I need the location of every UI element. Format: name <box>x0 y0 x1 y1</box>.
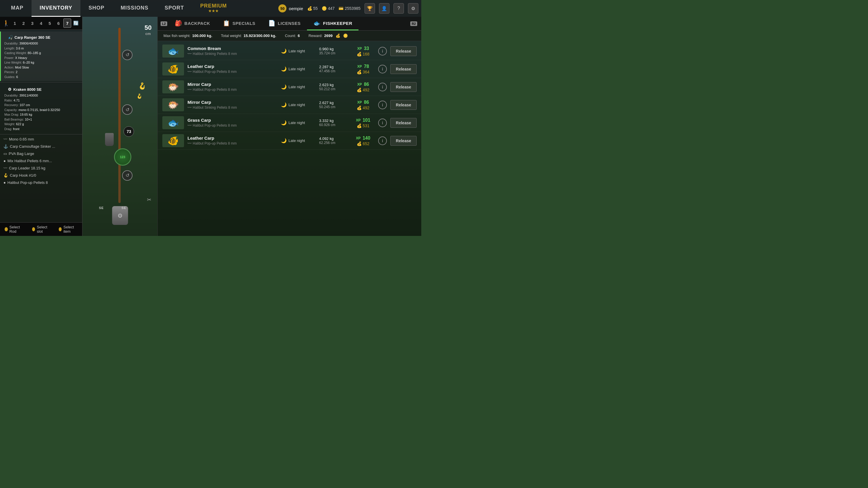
equip-reel[interactable]: ⚙ Kraken 8000 SE Durability: 39911/40000… <box>0 84 82 133</box>
bait-name: Halibut Pop-up Pellets 8 mm <box>193 124 237 128</box>
equip-hook[interactable]: 🪝 Carp Hook #1/0 <box>0 172 82 179</box>
equip-bait2[interactable]: ● Halibut Pop-up Pellets 8 <box>0 179 82 186</box>
tab-slot-6[interactable]: 6 <box>55 19 62 28</box>
count-value: 6 <box>298 34 300 38</box>
line-spool-visual: 123 <box>114 148 131 166</box>
coin-icon: 💰 <box>357 52 362 56</box>
fish-row: 🐡 Mirror Carp 〰 Halibut Sinking Pellets … <box>158 96 421 114</box>
tab-person[interactable]: 🚶 <box>2 19 10 28</box>
nav-map[interactable]: MAP <box>3 0 32 17</box>
info-button[interactable]: i <box>378 119 387 127</box>
reward-stat: Reward: 2699 💰 🪙 <box>308 34 347 38</box>
max-weight-value: 100.000 kg. <box>192 34 212 38</box>
slot-dot <box>32 227 35 231</box>
fish-list: 🐟 Common Bream 〰 Halibut Sinking Pellets… <box>158 41 421 236</box>
equip-rod[interactable]: 🎣 Carp Ranger 360 SE Durability: 39806/4… <box>0 32 82 81</box>
fish-image: 🐠 <box>162 62 184 75</box>
tab-slot-7[interactable]: 7 <box>63 19 71 28</box>
coin-reward: 💰 492 <box>357 105 369 110</box>
coin-reward: 💰 168 <box>357 52 369 56</box>
release-button[interactable]: Release <box>390 64 416 74</box>
fish-xp: XP 86 💰 492 <box>351 82 375 92</box>
fish-row: 🐡 Mirror Carp 〰 Halibut Pop-up Pellets 8… <box>158 78 421 96</box>
release-button[interactable]: Release <box>390 100 416 110</box>
release-button[interactable]: Release <box>390 46 416 56</box>
coin-value: 492 <box>363 105 369 110</box>
subnav-backpack[interactable]: 🎒 BACKPACK <box>168 17 216 30</box>
count-label: Count: <box>285 34 296 38</box>
fish-name: Leather Carp <box>187 136 277 140</box>
bait-icon: 〰 <box>187 69 191 74</box>
coin-icon: 💰 <box>357 88 362 92</box>
scissors-icon[interactable]: ✂ <box>147 197 151 203</box>
equip-line[interactable]: 〰 Mono 0.65 mm <box>0 136 82 143</box>
info-button[interactable]: i <box>378 101 387 109</box>
fish-name: Mirror Carp <box>187 100 277 105</box>
select-item-btn[interactable]: Select item <box>59 225 78 234</box>
fish-image: 🐠 <box>162 134 184 147</box>
rod-body <box>118 28 121 203</box>
nav-sport[interactable]: SPORT <box>157 0 192 17</box>
bait-name: Halibut Pop-up Pellets 8 mm <box>193 88 237 92</box>
size-value: 60.926 cm <box>319 123 348 127</box>
fish-name: Mirror Carp <box>187 82 277 87</box>
tab-slot-5[interactable]: 5 <box>46 19 54 28</box>
coin-reward: 💰 531 <box>357 124 369 128</box>
fish-xp: XP 33 💰 168 <box>351 46 375 56</box>
bait-icon: 〰 <box>187 105 191 110</box>
nav-shop[interactable]: SHOP <box>81 0 113 17</box>
nav-missions[interactable]: MISSIONS <box>113 0 157 17</box>
info-button[interactable]: i <box>378 136 387 145</box>
release-button[interactable]: Release <box>390 82 416 92</box>
fish-weight: 2.623 kg 50.212 cm <box>319 83 348 91</box>
tab-slot-4[interactable]: 4 <box>37 19 45 28</box>
xp-label: XP <box>356 136 361 140</box>
tackle-slot-bottom[interactable]: ↺ <box>122 170 132 181</box>
r2-badge: R2 <box>410 22 417 26</box>
tackle-slot-top[interactable]: ↺ <box>122 50 132 60</box>
tab-extra[interactable]: 🔄 <box>72 19 80 28</box>
fishkeeper-stats-bar: Max fish weight: 100.000 kg. Total weigh… <box>158 31 421 41</box>
equip-bag[interactable]: ▭ PVA Bag Large <box>0 150 82 157</box>
tab-slot-1[interactable]: 1 <box>11 19 19 28</box>
select-slot-btn[interactable]: Select slot <box>32 225 50 234</box>
release-button[interactable]: Release <box>390 136 416 146</box>
equip-sinker[interactable]: ⚓ Carp Camouflage Sinker ... <box>0 143 82 150</box>
profile-button[interactable]: 👤 <box>379 3 390 13</box>
settings-button[interactable]: ⚙ <box>408 3 418 13</box>
weight-value: 2.627 kg <box>319 101 348 105</box>
help-button[interactable]: ? <box>394 3 404 13</box>
weight-value: 0.960 kg <box>319 47 348 51</box>
credits-amount: 2553985 <box>345 6 361 11</box>
subnav-fishkeeper[interactable]: 🐟 FISHKEEPER <box>307 17 359 30</box>
info-button[interactable]: i <box>378 83 387 91</box>
coin-icon: 💰 <box>357 141 362 146</box>
info-button[interactable]: i <box>378 47 387 56</box>
xp-value: 140 <box>363 136 370 141</box>
equip-bait1[interactable]: ● Mix Halibut Pellets 6 mm... <box>0 157 82 164</box>
tackle-slot-mid[interactable]: ↺ <box>122 104 132 115</box>
leaderboard-button[interactable]: 🏆 <box>365 3 375 13</box>
ui-container: MAP INVENTORY SHOP MISSIONS SPORT PREMIU… <box>0 0 421 236</box>
fish-image: 🐡 <box>162 98 184 111</box>
xp-value: 86 <box>364 100 369 105</box>
bait-icon: 〰 <box>187 141 191 146</box>
bait-name: Halibut Sinking Pellets 8 mm <box>193 105 237 109</box>
nav-premium[interactable]: PREMIUM ★★★ <box>192 0 235 17</box>
info-button[interactable]: i <box>378 65 387 73</box>
reward-coin-icon: 💰 <box>336 34 340 38</box>
reel-name: Kraken 8000 SE <box>13 87 42 92</box>
equip-leader[interactable]: 〰 Carp Leader 18.15 kg <box>0 164 82 172</box>
max-weight-stat: Max fish weight: 100.000 kg. <box>163 34 212 38</box>
tab-slot-2[interactable]: 2 <box>20 19 27 28</box>
count-stat: Count: 6 <box>285 34 300 38</box>
subnav-licenses[interactable]: 📄 LICENSES <box>262 17 307 30</box>
fish-info: Common Bream 〰 Halibut Sinking Pellets 8… <box>187 46 277 56</box>
weight-value: 2.623 kg <box>319 83 348 87</box>
select-rod-btn[interactable]: Select Rod <box>5 225 24 234</box>
tab-slot-3[interactable]: 3 <box>29 19 36 28</box>
reward-silver-icon: 🪙 <box>343 34 348 38</box>
release-button[interactable]: Release <box>390 118 416 128</box>
nav-inventory[interactable]: INVENTORY <box>32 0 81 17</box>
subnav-specials[interactable]: 📋 SPECIALS <box>216 17 262 30</box>
